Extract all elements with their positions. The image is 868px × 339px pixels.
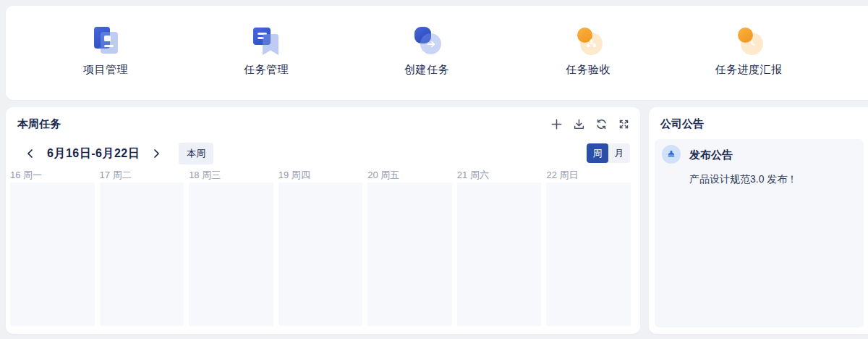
quick-action-task-progress-report[interactable]: 任务进度汇报 bbox=[691, 26, 807, 77]
day-column-fri[interactable] bbox=[367, 183, 452, 326]
day-header: 17 周二 bbox=[100, 170, 184, 181]
announcements-title: 公司公告 bbox=[660, 117, 704, 131]
quick-action-task-management[interactable]: 任务管理 bbox=[208, 26, 324, 77]
week-view-button[interactable]: 周 bbox=[587, 143, 608, 163]
announcement-item[interactable]: 发布公告 产品设计规范3.0 发布！ bbox=[655, 139, 864, 327]
quick-action-label: 任务管理 bbox=[208, 63, 324, 77]
quick-action-label: 任务验收 bbox=[530, 63, 646, 77]
announcement-item-title: 发布公告 bbox=[689, 148, 733, 162]
day-column-mon[interactable] bbox=[10, 183, 95, 326]
day-header: 18 周三 bbox=[189, 170, 273, 181]
day-column-thu[interactable] bbox=[278, 183, 363, 326]
quick-actions-card: 项目管理 任务管理 创建任务 bbox=[6, 6, 868, 100]
fullscreen-icon[interactable] bbox=[617, 117, 630, 130]
quick-action-task-acceptance[interactable]: 任务验收 bbox=[530, 26, 646, 77]
quick-action-label: 任务进度汇报 bbox=[691, 63, 807, 77]
weekly-tasks-panel: 本周任务 bbox=[6, 107, 640, 334]
day-header: 16 周一 bbox=[10, 170, 95, 181]
day-header: 19 周四 bbox=[278, 170, 363, 181]
day-header: 21 周六 bbox=[457, 170, 542, 181]
calendar-nav: 6月16日-6月22日 本周 bbox=[24, 143, 213, 164]
quick-action-label: 项目管理 bbox=[48, 63, 163, 77]
month-view-button[interactable]: 月 bbox=[608, 143, 630, 163]
calendar-toolbar bbox=[550, 117, 630, 130]
stamp-icon bbox=[662, 145, 681, 164]
next-week-icon[interactable] bbox=[150, 147, 163, 160]
weekly-tasks-title: 本周任务 bbox=[17, 117, 61, 131]
day-column-sun[interactable] bbox=[546, 183, 631, 326]
create-task-icon bbox=[412, 26, 441, 55]
quick-action-label: 创建任务 bbox=[369, 63, 485, 77]
project-docs-icon bbox=[91, 26, 120, 55]
quick-action-project-management[interactable]: 项目管理 bbox=[48, 26, 163, 77]
add-icon[interactable] bbox=[550, 117, 563, 130]
day-header-row: 16 周一 17 周二 18 周三 19 周四 20 周五 21 周六 22 周… bbox=[10, 170, 631, 181]
view-toggle: 周 月 bbox=[587, 143, 630, 163]
prev-week-icon[interactable] bbox=[24, 147, 37, 160]
date-range-label: 6月16日-6月22日 bbox=[47, 146, 140, 162]
day-column-sat[interactable] bbox=[457, 183, 542, 326]
announcement-item-body: 产品设计规范3.0 发布！ bbox=[689, 173, 797, 186]
this-week-button[interactable]: 本周 bbox=[179, 143, 213, 164]
task-progress-icon bbox=[734, 26, 763, 55]
day-column-wed[interactable] bbox=[189, 183, 273, 326]
task-bookmark-icon bbox=[252, 26, 281, 55]
task-acceptance-icon bbox=[574, 26, 603, 55]
refresh-icon[interactable] bbox=[595, 117, 608, 130]
day-header: 22 周日 bbox=[546, 170, 631, 181]
announcements-panel: 公司公告 发布公告 产品设计规范3.0 发布！ bbox=[649, 107, 868, 334]
quick-action-create-task[interactable]: 创建任务 bbox=[369, 26, 485, 77]
day-column-tue[interactable] bbox=[100, 183, 184, 326]
day-columns bbox=[10, 183, 631, 326]
day-header: 20 周五 bbox=[367, 170, 452, 181]
download-icon[interactable] bbox=[572, 117, 585, 130]
